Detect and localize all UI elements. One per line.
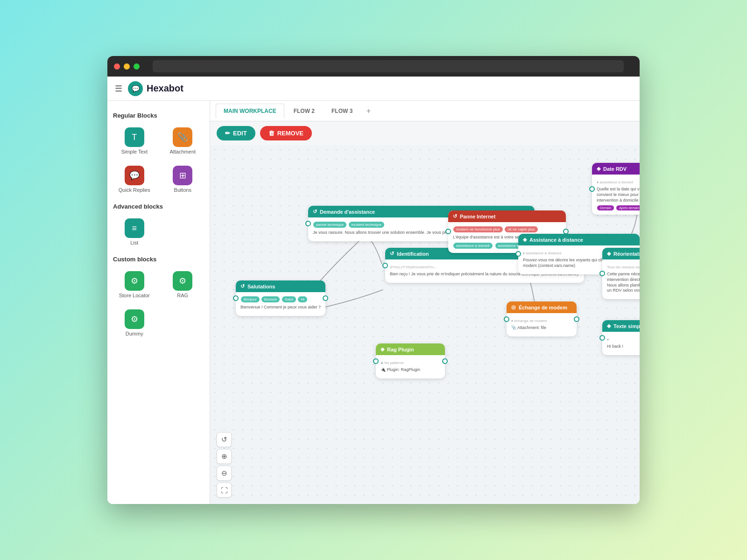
tag: incident technique: [349, 222, 385, 228]
tag: Salut: [282, 296, 296, 302]
connector-left[interactable]: [599, 271, 605, 276]
minimize-button[interactable]: [124, 63, 130, 70]
node-reorientation-sub: Tous les niveaux sans limite...: [607, 265, 640, 270]
close-button[interactable]: [114, 63, 120, 70]
connector-left[interactable]: [373, 358, 379, 364]
node-panne-header: ↺ Panne Internet: [448, 210, 566, 222]
node-salutations-title: Salutations: [247, 284, 275, 289]
node-salutations-text: Bienvenue ! Comment je peux vous aider ?: [240, 305, 321, 310]
remove-icon: 🗑: [268, 130, 275, 137]
node-date-rdv-btns: Demain Après demain: [597, 205, 640, 211]
buttons-label: Buttons: [174, 187, 191, 193]
hamburger-icon[interactable]: ☰: [115, 84, 122, 94]
edit-icon: ✏: [225, 130, 230, 137]
edit-label: EDIT: [233, 130, 247, 137]
remove-label: REMOVE: [277, 130, 303, 137]
regular-blocks-grid: T Simple Text 📎 Attachment 💬 Quick Repli…: [113, 125, 204, 196]
add-tab-button[interactable]: +: [362, 105, 375, 118]
connector-left[interactable]: [305, 221, 311, 226]
node-echange-icon: ◎: [511, 304, 516, 310]
node-texte-sub: ♦: [607, 337, 640, 342]
connector-right[interactable]: [442, 358, 448, 364]
connector-left[interactable]: [599, 335, 605, 341]
list-icon: ≡: [125, 218, 144, 238]
btn-tag: assistance à domicil: [453, 243, 493, 249]
custom-blocks-grid: ⚙ Store Locator ⚙ RAG ⚙ Dummy: [113, 268, 204, 339]
quick-replies-icon: 💬: [125, 166, 144, 185]
zoom-in-button[interactable]: ⊕: [217, 449, 232, 464]
node-demande-icon: ↺: [313, 209, 317, 215]
simple-text-label: Simple Text: [121, 149, 148, 154]
sidebar-item-list[interactable]: ≡ List: [113, 216, 156, 248]
node-salutations-icon: ↺: [240, 283, 245, 289]
sidebar-item-attachment[interactable]: 📎 Attachment: [162, 125, 204, 157]
connector-left[interactable]: [445, 229, 451, 234]
attachment-label: Attachment: [169, 149, 196, 154]
btn-tag: Après demain: [616, 205, 640, 210]
connector-right[interactable]: [574, 316, 579, 322]
node-echange-text: 📎 Attachment: file: [511, 325, 572, 331]
connector-left[interactable]: [233, 295, 239, 301]
tag: panne technique: [313, 222, 346, 228]
connector-left[interactable]: [382, 263, 388, 268]
logo: 💬 Hexabot: [128, 81, 183, 96]
node-rag-plugin-text: 🔌 Plugin: RagPlugin: [381, 367, 440, 373]
list-label: List: [130, 240, 138, 245]
node-rag-plugin[interactable]: ◈ Rag Plugin ◈ No patterns 🔌 Plugin: Rag…: [376, 343, 445, 378]
tab-flow3[interactable]: FLOW 3: [324, 104, 360, 118]
tag: modem ne fonctionne plus: [453, 226, 503, 232]
node-texte-body: ♦ Hi back !: [602, 332, 640, 355]
node-echange-modem[interactable]: ◎ Échange de modem ♦ échange de modem 📎 …: [507, 301, 577, 336]
remove-button[interactable]: 🗑 REMOVE: [260, 126, 312, 140]
app-body: Regular Blocks T Simple Text 📎 Attachmen…: [107, 101, 640, 504]
node-identification-title: Identification: [397, 251, 429, 257]
maximize-button[interactable]: [134, 63, 140, 70]
rag-icon: ⚙: [173, 271, 192, 291]
node-rag-icon: ◈: [381, 346, 384, 352]
btn-tag: Demain: [597, 205, 614, 210]
canvas-area[interactable]: ↺ Salutations Bonjour Bonsoir Salut Hi B…: [210, 145, 640, 504]
sidebar-item-buttons[interactable]: ⊞ Buttons: [162, 163, 204, 196]
node-echange-body: ♦ échange de modem 📎 Attachment: file: [507, 313, 577, 336]
node-panne-icon: ↺: [453, 213, 457, 219]
regular-blocks-title: Regular Blocks: [113, 112, 204, 119]
toolbar: ✏ EDIT 🗑 REMOVE: [210, 121, 640, 145]
node-echange-title: Échange de modem: [519, 305, 567, 310]
node-identification-icon: ↺: [390, 251, 394, 257]
zoom-out-button[interactable]: ⊖: [217, 466, 232, 481]
browser-titlebar: [107, 56, 640, 77]
sidebar-item-store-locator[interactable]: ⚙ Store Locator: [113, 268, 156, 301]
node-reorientation[interactable]: ◈ Réorientation RDV Tous les niveaux san…: [602, 248, 640, 299]
buttons-icon: ⊞: [173, 166, 192, 185]
app-title: Hexabot: [147, 83, 183, 94]
connector-right[interactable]: [323, 295, 328, 301]
reset-button[interactable]: ↺: [217, 432, 232, 447]
custom-blocks-title: Custom blocks: [113, 256, 204, 263]
tab-main-workplace[interactable]: MAIN WORKPLACE: [216, 104, 284, 119]
fit-button[interactable]: ⛶: [217, 483, 232, 497]
url-bar[interactable]: [153, 60, 624, 72]
connector-left[interactable]: [515, 251, 521, 257]
main-area: MAIN WORKPLACE FLOW 2 FLOW 3 + ✏ EDIT 🗑 …: [210, 101, 640, 504]
sidebar-item-dummy[interactable]: ⚙ Dummy: [113, 307, 156, 339]
canvas-controls: ↺ ⊕ ⊖ ⛶: [217, 432, 232, 497]
node-salutations-header: ↺ Salutations: [236, 280, 325, 292]
connector-left[interactable]: [589, 186, 595, 192]
attachment-icon: 📎: [173, 127, 192, 147]
sidebar-item-rag[interactable]: ⚙ RAG: [162, 268, 204, 301]
node-texte-header: ◈ Texte simple: [602, 320, 640, 332]
node-salutations[interactable]: ↺ Salutations Bonjour Bonsoir Salut Hi B…: [236, 280, 325, 316]
browser-window: ☰ 💬 Hexabot Regular Blocks T Simple Text: [107, 56, 640, 504]
store-locator-label: Store Locator: [119, 293, 150, 298]
sidebar-item-simple-text[interactable]: T Simple Text: [113, 125, 156, 157]
node-date-rdv-header: ◈ Date RDV: [592, 163, 640, 175]
connector-left[interactable]: [504, 316, 509, 322]
edit-button[interactable]: ✏ EDIT: [217, 126, 255, 140]
node-texte-simple[interactable]: ◈ Texte simple ♦ Hi back !: [602, 320, 640, 355]
tab-flow2[interactable]: FLOW 2: [286, 104, 322, 118]
node-date-rdv[interactable]: ◈ Date RDV ♦ assistance à domicil Quelle…: [592, 163, 640, 215]
node-salutations-body: Bonjour Bonsoir Salut Hi Bienvenue ! Com…: [236, 292, 325, 316]
node-date-rdv-sub: ♦ assistance à domicil: [597, 180, 640, 185]
sidebar-item-quick-replies[interactable]: 💬 Quick Replies: [113, 163, 156, 196]
sidebar: Regular Blocks T Simple Text 📎 Attachmen…: [107, 101, 210, 504]
